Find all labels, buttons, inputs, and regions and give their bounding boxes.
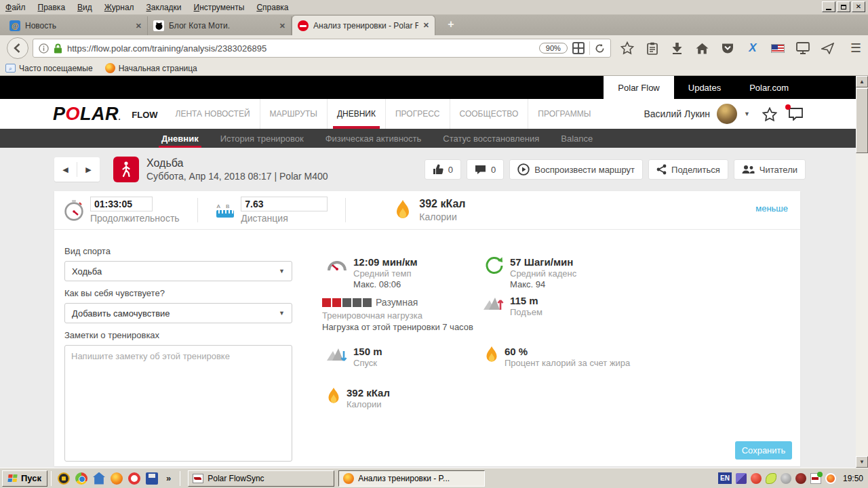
tray-orange-icon[interactable] [825,473,836,484]
polar-favicon [298,20,309,31]
share-button[interactable]: Поделиться [648,159,728,180]
like-button[interactable]: 0 [425,159,461,180]
notes-textarea[interactable] [64,345,292,462]
menu-file[interactable]: Файл [5,3,26,12]
https-lock-icon[interactable] [54,43,62,54]
tray-darkred-icon[interactable] [795,473,806,484]
scroll-up-icon[interactable]: ▲ [856,76,868,87]
send-icon[interactable] [821,41,835,55]
duration-input[interactable] [90,197,153,211]
feeling-select[interactable]: Добавить самочувствие ▼ [64,303,292,323]
scroll-down-icon[interactable]: ▼ [856,456,868,468]
distance-input[interactable] [241,197,328,211]
comments-button[interactable]: 0 [467,159,504,180]
scrollbar-thumb[interactable] [856,88,868,153]
address-bar[interactable]: https://flow.polar.com/training/analysis… [33,39,611,58]
firefox-icon[interactable] [111,472,123,485]
chrome-icon[interactable] [75,472,87,485]
nav-progress[interactable]: ПРОГРЕСС [385,99,450,129]
reload-icon[interactable] [595,43,605,54]
quicklaunch-app-icon[interactable] [58,472,70,485]
back-button[interactable] [7,37,28,59]
nav-feed[interactable]: ЛЕНТА НОВОСТЕЙ [166,99,260,129]
less-link[interactable]: меньше [755,203,788,214]
bookmark-frequent[interactable]: ⌕ Часто посещаемые [5,64,93,73]
next-session-button[interactable]: ▶ [77,165,100,174]
navigation-toolbar: https://flow.polar.com/training/analysis… [0,35,868,61]
menu-hamburger-icon[interactable]: ☰ [850,41,861,56]
container-grid-icon[interactable] [572,42,585,54]
top-tab-updates[interactable]: Updates [674,76,735,99]
nav-programs[interactable]: ПРОГРАММЫ [528,99,600,129]
tray-network-icon[interactable] [736,473,747,484]
start-button[interactable]: Пуск [2,470,47,487]
vertical-scrollbar[interactable]: ▲ ▼ [856,76,868,468]
tray-camera-icon[interactable] [781,473,791,484]
clock[interactable]: 19:50 [843,474,863,483]
task-polar-flowsync[interactable]: Polar FlowSync [188,470,334,487]
favorite-star-icon[interactable] [762,107,777,121]
tab-news[interactable]: @ Новость ✕ [4,16,148,35]
info-icon[interactable] [39,43,49,54]
flowsync-icon [193,474,203,483]
tab-close-icon[interactable]: ✕ [279,22,285,30]
subnav-history[interactable]: История тренировок [210,129,315,148]
subnav-recovery[interactable]: Статус восстановления [432,129,550,148]
tab-blog[interactable]: Блог Кота Моти. ✕ [148,16,292,35]
nav-community[interactable]: СООБЩЕСТВО [450,99,528,129]
save-app-icon[interactable] [146,472,158,485]
subnav-diary[interactable]: Дневник [151,129,210,148]
top-tab-polar-com[interactable]: Polar.com [735,76,803,99]
home-app-icon[interactable] [93,472,105,485]
windows-logo-icon [7,474,18,483]
avatar[interactable] [717,104,737,124]
opera-icon[interactable] [128,472,140,485]
nav-diary[interactable]: ДНЕВНИК [327,99,385,129]
quicklaunch-overflow-icon[interactable]: » [166,473,171,483]
us-flag-icon[interactable] [771,44,785,53]
clipboard-icon[interactable] [646,41,659,55]
subnav-activity[interactable]: Физическая активность [315,129,433,148]
menu-view[interactable]: Вид [77,3,92,12]
menu-history[interactable]: Журнал [104,3,134,12]
downloads-icon[interactable] [671,41,684,55]
language-indicator[interactable]: EN [718,472,732,484]
content-area: ◀ ▶ Ходьба Суббота, Апр 14, 2018 08:17 |… [0,148,856,468]
bookmark-star-icon[interactable] [620,41,634,55]
followers-button[interactable]: Читатели [734,159,806,180]
task-firefox-analysis[interactable]: Анализ тренировки - P... [338,470,485,487]
chevron-down-icon[interactable]: ▼ [744,110,750,117]
menu-bookmarks[interactable]: Закладки [146,3,182,12]
flame-icon [327,387,340,405]
notifications-icon[interactable] [788,107,804,121]
save-button[interactable]: Сохранить [735,441,792,460]
tab-close-icon[interactable]: ✕ [423,21,429,30]
menu-help[interactable]: Справка [256,3,288,12]
tray-red-icon[interactable] [751,473,762,484]
tray-leaf-icon[interactable] [766,473,776,484]
restore-button[interactable] [837,1,850,12]
tray-flowsync-icon[interactable] [810,473,821,484]
prev-session-button[interactable]: ◀ [54,165,77,174]
polar-logo[interactable]: POLAR. [53,104,121,125]
tab-close-icon[interactable]: ✕ [136,22,142,30]
user-name[interactable]: Василий Лукин [644,108,710,119]
sport-select[interactable]: Ходьба ▼ [64,261,292,281]
zoom-level-badge[interactable]: 90% [539,43,568,54]
menu-tools[interactable]: Инструменты [194,3,245,12]
minimize-button[interactable] [822,1,835,12]
url-text[interactable]: https://flow.polar.com/training/analysis… [67,43,534,54]
replay-route-button[interactable]: Воспроизвести маршрут [509,159,643,180]
close-button[interactable]: ✕ [852,1,865,12]
new-tab-button[interactable]: + [442,18,460,33]
nav-routes[interactable]: МАРШРУТЫ [260,99,327,129]
home-icon[interactable] [696,41,709,55]
bookmark-home-page[interactable]: Начальная страница [105,63,197,73]
x-extension-icon[interactable]: X [746,41,760,55]
menu-edit[interactable]: Правка [38,3,66,12]
subnav-balance[interactable]: Balance [550,129,604,148]
monitor-icon[interactable] [796,41,810,55]
top-tab-polar-flow[interactable]: Polar Flow [604,76,673,99]
pocket-icon[interactable] [721,41,734,55]
tab-polar-active[interactable]: Анализ тренировки - Polar F... ✕ [292,15,435,35]
